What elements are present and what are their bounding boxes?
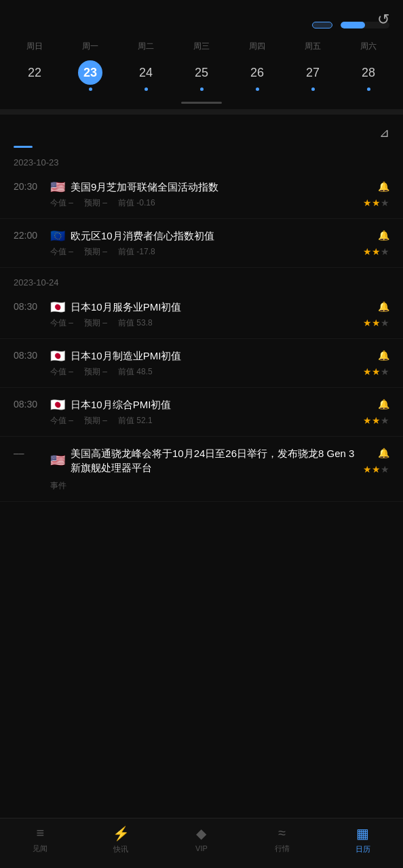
- bell-icon[interactable]: 🔔: [378, 399, 389, 410]
- dates-row: 22232425262728: [0, 55, 403, 100]
- date-number: 22: [22, 60, 47, 85]
- event-right: 🔔★★★: [363, 397, 389, 426]
- header: ↺: [0, 0, 403, 18]
- date-dot: [311, 87, 315, 91]
- meta-item: 今值 –: [50, 415, 73, 427]
- nav-item-见闻[interactable]: ≡见闻: [20, 825, 60, 854]
- event-content: 🇯🇵日本10月制造业PMI初值今值 –预期 –前值 48.5: [50, 349, 363, 378]
- weekday-label: 周四: [229, 38, 285, 55]
- event-right: 🔔★★★: [363, 300, 389, 328]
- event-content: 🇪🇺欧元区10月消费者信心指数初值今值 –预期 –前值 -17.8: [50, 229, 363, 258]
- weekday-label: 周五: [285, 38, 341, 55]
- star-filled: ★: [372, 366, 381, 377]
- section-divider: [0, 109, 403, 115]
- scroll-indicator: [0, 100, 403, 109]
- nav-label: 行情: [275, 844, 290, 854]
- date-group-header: 2023-10-24: [0, 268, 403, 290]
- bell-icon[interactable]: 🔔: [378, 301, 389, 312]
- meta-item: 预期 –: [84, 366, 107, 378]
- event-meta-row: 今值 –预期 –前值 53.8: [50, 317, 363, 329]
- event-flag: 🇯🇵: [50, 399, 65, 411]
- date-cell[interactable]: 22: [7, 58, 62, 94]
- weekday-label: 周日: [7, 38, 62, 55]
- star-empty: ★: [381, 246, 389, 257]
- calendar-topbar: [0, 18, 403, 35]
- event-flag: 🇯🇵: [50, 301, 65, 313]
- date-cell[interactable]: 24: [118, 58, 174, 94]
- event-card: ––🇺🇸美国高通骁龙峰会将于10月24日至26日举行，发布骁龙8 Gen 3新旗…: [0, 437, 403, 502]
- weekday-label: 周二: [118, 38, 174, 55]
- date-cell[interactable]: 26: [229, 58, 285, 94]
- date-group-header: 2023-10-23: [0, 148, 403, 170]
- event-meta-row: 今值 –预期 –前值 -17.8: [50, 246, 363, 258]
- weekday-label: 周六: [341, 38, 396, 55]
- star-filled: ★: [372, 197, 381, 208]
- date-dot: [200, 87, 204, 91]
- star-filled: ★: [363, 366, 372, 377]
- event-time: ––: [14, 446, 50, 458]
- nav-label: 日历: [356, 844, 370, 854]
- event-flag: 🇪🇺: [50, 230, 65, 242]
- meta-item: 前值 52.1: [118, 415, 153, 427]
- event-card: 08:30🇯🇵日本10月服务业PMI初值今值 –预期 –前值 53.8🔔★★★: [0, 290, 403, 339]
- date-dot: [367, 87, 370, 91]
- nav-label: 快讯: [113, 844, 128, 854]
- today-button[interactable]: [312, 22, 332, 28]
- date-dot: [145, 87, 148, 91]
- meta-item: 前值 -0.16: [118, 197, 155, 209]
- event-title-row: 🇯🇵日本10月制造业PMI初值: [50, 349, 363, 363]
- nav-item-日历[interactable]: ▦日历: [343, 825, 383, 854]
- star-empty: ★: [381, 464, 389, 475]
- meta-item: 今值 –: [50, 366, 73, 378]
- bell-icon[interactable]: 🔔: [378, 448, 389, 458]
- star-empty: ★: [381, 415, 389, 426]
- weekday-label: 周三: [174, 38, 229, 55]
- bell-icon[interactable]: 🔔: [378, 181, 389, 192]
- date-cell[interactable]: 25: [174, 58, 229, 94]
- date-cell[interactable]: 27: [285, 58, 341, 94]
- event-flag: 🇺🇸: [50, 181, 65, 193]
- date-number: 25: [189, 60, 214, 85]
- event-stars: ★★★: [363, 464, 389, 475]
- event-inner: 22:00🇪🇺欧元区10月消费者信心指数初值今值 –预期 –前值 -17.8🔔★…: [14, 229, 389, 258]
- nav-item-VIP[interactable]: ◆VIP: [181, 825, 222, 854]
- star-filled: ★: [363, 246, 372, 257]
- bell-icon[interactable]: 🔔: [378, 230, 389, 241]
- scroll-bar: [181, 102, 222, 104]
- event-meta-row: 今值 –预期 –前值 52.1: [50, 415, 363, 427]
- event-content: 🇺🇸美国高通骁龙峰会将于10月24日至26日举行，发布骁龙8 Gen 3新旗舰处…: [50, 446, 363, 492]
- star-filled: ★: [363, 464, 372, 475]
- star-filled: ★: [372, 415, 381, 426]
- event-name: 美国高通骁龙峰会将于10月24日至26日举行，发布骁龙8 Gen 3新旗舰处理器…: [71, 446, 363, 475]
- date-number: 24: [134, 60, 158, 85]
- meta-item: 今值 –: [50, 197, 73, 209]
- nav-icon-日历: ▦: [356, 825, 369, 842]
- bell-icon[interactable]: 🔔: [378, 350, 389, 361]
- date-cell[interactable]: 23: [62, 58, 118, 94]
- event-meta-row: 今值 –预期 –前值 48.5: [50, 366, 363, 378]
- event-time: 22:00: [14, 229, 50, 241]
- nav-label: VIP: [195, 844, 208, 852]
- star-filled: ★: [363, 415, 372, 426]
- meta-item: 今值 –: [50, 246, 73, 258]
- star-filled: ★: [372, 317, 381, 328]
- date-number: 26: [245, 60, 269, 85]
- meta-item: 前值 53.8: [118, 317, 153, 329]
- star-empty: ★: [381, 366, 389, 377]
- date-number: 28: [356, 60, 381, 85]
- toggle-week[interactable]: [341, 22, 365, 28]
- date-number: 27: [301, 60, 325, 85]
- event-content: 🇯🇵日本10月综合PMI初值今值 –预期 –前值 52.1: [50, 397, 363, 427]
- events-header: ⊿: [0, 115, 403, 143]
- event-title-row: 🇯🇵日本10月综合PMI初值: [50, 397, 363, 412]
- nav-item-行情[interactable]: ≈行情: [262, 825, 303, 854]
- date-cell[interactable]: 28: [341, 58, 396, 94]
- refresh-button[interactable]: ↺: [377, 11, 389, 28]
- nav-item-快讯[interactable]: ⚡快讯: [100, 825, 141, 854]
- event-right: 🔔★★★: [363, 180, 389, 208]
- event-content: 🇺🇸美国9月芝加哥联储全国活动指数今值 –预期 –前值 -0.16: [50, 180, 363, 209]
- event-stars: ★★★: [363, 197, 389, 208]
- filter-icon[interactable]: ⊿: [379, 125, 389, 140]
- event-stars: ★★★: [363, 415, 389, 426]
- nav-icon-见闻: ≡: [37, 825, 45, 841]
